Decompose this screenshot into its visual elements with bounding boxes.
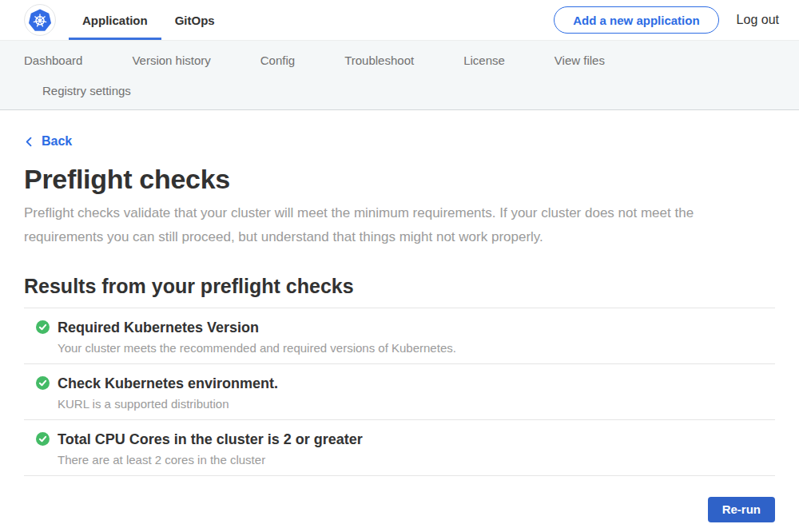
tab-application[interactable]: Application xyxy=(69,0,161,40)
tab-gitops-label: GitOps xyxy=(175,14,215,27)
rerun-button[interactable]: Re-run xyxy=(708,497,775,522)
kubernetes-logo-icon xyxy=(24,4,56,36)
add-new-application-button[interactable]: Add a new application xyxy=(554,6,718,34)
actions-bar: Re-run xyxy=(24,497,775,522)
check-description: KURL is a supported distribution xyxy=(58,397,278,411)
page-title: Preflight checks xyxy=(24,164,775,195)
check-content: Required Kubernetes Version Your cluster… xyxy=(58,319,456,355)
check-title: Check Kubernetes environment. xyxy=(58,375,278,392)
back-link[interactable]: Back xyxy=(24,134,72,149)
app-subnav: Dashboard Version history Config Trouble… xyxy=(0,41,799,110)
preflight-check-row: Required Kubernetes Version Your cluster… xyxy=(24,308,775,364)
check-circle-icon xyxy=(36,432,50,446)
logout-link[interactable]: Log out xyxy=(737,13,779,27)
check-circle-icon xyxy=(36,376,50,390)
back-link-label: Back xyxy=(42,134,72,149)
preflight-results-list: Required Kubernetes Version Your cluster… xyxy=(24,308,775,476)
check-description: Your cluster meets the recommended and r… xyxy=(58,341,456,355)
preflight-check-row: Total CPU Cores in the cluster is 2 or g… xyxy=(24,420,775,476)
subnav-item-troubleshoot[interactable]: Troubleshoot xyxy=(320,54,439,67)
subnav-item-config[interactable]: Config xyxy=(236,54,320,67)
check-content: Total CPU Cores in the cluster is 2 or g… xyxy=(58,431,363,467)
check-description: There are at least 2 cores in the cluste… xyxy=(58,453,363,467)
top-navigation: Application GitOps Add a new application… xyxy=(0,0,799,41)
subnav-item-dashboard[interactable]: Dashboard xyxy=(18,54,107,67)
header-tabs: Application GitOps xyxy=(69,0,229,40)
tab-gitops[interactable]: GitOps xyxy=(161,0,229,40)
preflight-page: Back Preflight checks Preflight checks v… xyxy=(0,110,799,522)
check-title: Required Kubernetes Version xyxy=(58,319,456,336)
subnav-row-1: Dashboard Version history Config Trouble… xyxy=(18,45,799,75)
preflight-check-row: Check Kubernetes environment. KURL is a … xyxy=(24,364,775,420)
check-title: Total CPU Cores in the cluster is 2 or g… xyxy=(58,431,363,448)
results-heading: Results from your preflight checks xyxy=(24,275,775,298)
subnav-item-license[interactable]: License xyxy=(439,54,530,67)
subnav-row-2: Registry settings xyxy=(18,75,799,105)
subnav-item-registry-settings[interactable]: Registry settings xyxy=(18,84,156,97)
tab-application-label: Application xyxy=(82,14,148,27)
page-description: Preflight checks validate that your clus… xyxy=(24,201,753,249)
check-circle-icon xyxy=(36,320,50,334)
subnav-item-version-history[interactable]: Version history xyxy=(107,54,235,67)
check-content: Check Kubernetes environment. KURL is a … xyxy=(58,375,278,411)
subnav-item-view-files[interactable]: View files xyxy=(530,54,630,67)
chevron-left-icon xyxy=(24,136,34,148)
